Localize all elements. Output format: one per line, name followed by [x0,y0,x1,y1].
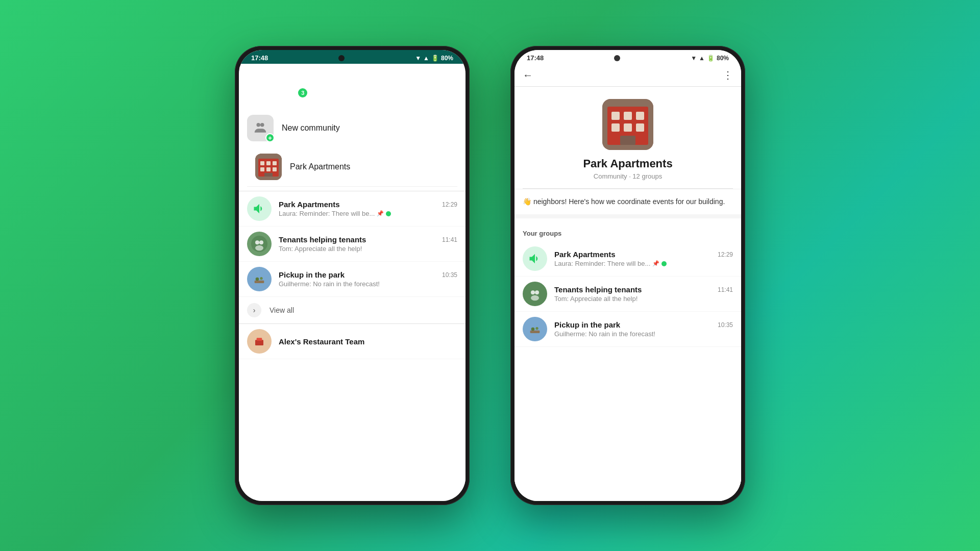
group-preview-row-3: Guilherme: No rain in the forecast! [554,330,733,338]
detail-more-icon[interactable]: ⋮ [723,69,733,81]
group-preview-1: Laura: Reminder: There will be... [554,260,650,267]
svg-rect-30 [624,123,632,132]
community-name: Park Apartments [583,157,672,170]
community-hero: Park Apartments Community · 12 groups [514,87,741,188]
svg-rect-26 [611,112,620,120]
app-header-1: WhatsApp ⋮ CHATS 3 STATUS [239,64,465,105]
group-name-row-1: Park Apartments 12:29 [554,250,733,259]
svg-rect-12 [264,173,273,177]
chat-name-row-2: Tenants helping tenants 11:41 [279,235,457,244]
tab-calls[interactable]: CALLS [359,84,399,102]
chat-time-1: 12:29 [442,201,457,208]
svg-point-16 [255,245,263,251]
chat-preview-1: Laura: Reminder: There will be... [279,210,375,217]
signal-icon-2: ▲ [699,55,705,62]
chat-name-row-4: Alex's Restaurant Team [279,337,457,346]
tab-community-icon[interactable] [239,81,262,105]
back-button[interactable]: ← [523,69,533,81]
chat-preview-3: Guilherme: No rain in the forecast! [279,280,380,288]
your-groups-section: Your groups Park Apartments 12:29 [514,222,741,501]
park-apartments-community-row[interactable]: Park Apartments [247,147,457,187]
chat-name-row-1: Park Apartments 12:29 [279,200,457,209]
community-plus-icon: + [265,133,275,142]
group-info-park: Park Apartments 12:29 Laura: Reminder: T… [554,250,733,267]
new-community-row[interactable]: + New community [247,109,457,147]
divider-2 [514,214,741,218]
tab-chats[interactable]: CHATS 3 [262,83,315,103]
chat-name-row-3: Pickup in the park 10:35 [279,270,457,279]
svg-rect-29 [611,123,620,132]
chat-preview-row-1: Laura: Reminder: There will be... 📌 [279,210,457,217]
chat-avatar-park-apartments [247,196,272,221]
chat-avatar-alex [247,329,272,354]
online-dot-g1 [662,261,667,266]
group-name-row-3: Pickup in the park 10:35 [554,320,733,329]
detail-header: ← ⋮ [514,64,741,87]
svg-point-37 [527,321,543,337]
group-time-3: 10:35 [718,321,733,329]
chat-info-tenants: Tenants helping tenants 11:41 Tom: Appre… [279,235,457,253]
svg-rect-7 [266,161,271,165]
svg-point-15 [259,240,263,244]
group-item-park[interactable]: Park Apartments 12:29 Laura: Reminder: T… [514,241,741,277]
view-all-row[interactable]: › View all [239,297,465,324]
pin-icon-1: 📌 [377,210,384,217]
chat-avatar-tenants [247,232,272,256]
svg-point-40 [535,327,538,330]
signal-icon: ▲ [423,55,429,62]
group-item-tenants[interactable]: Tenants helping tenants 11:41 Tom: Appre… [514,277,741,312]
battery-pct-2: 80% [717,55,729,62]
svg-point-3 [260,123,264,127]
chat-preview-row-2: Tom: Appreciate all the help! [279,245,457,253]
chat-time-2: 11:41 [442,236,457,243]
chat-preview-row-3: Guilherme: No rain in the forecast! [279,280,457,288]
status-bar-1: 17:48 ▼ ▲ 🔋 80% [239,50,465,64]
chat-preview-2: Tom: Appreciate all the help! [279,245,362,253]
group-item-pickup[interactable]: Pickup in the park 10:35 Guilherme: No r… [514,312,741,347]
tabs-row: CHATS 3 STATUS CALLS [239,81,465,105]
time-1: 17:48 [251,54,268,62]
pin-icon-g1: 📌 [652,260,659,267]
group-preview-3: Guilherme: No rain in the forecast! [554,330,655,338]
svg-rect-23 [257,338,262,340]
status-icons-2: ▼ ▲ 🔋 80% [691,55,729,62]
svg-point-2 [257,123,261,127]
svg-rect-38 [530,331,540,333]
svg-point-36 [531,295,539,301]
wifi-icon: ▼ [415,55,421,62]
time-2: 17:48 [527,54,544,62]
chat-item-tenants[interactable]: Tenants helping tenants 11:41 Tom: Appre… [239,227,465,262]
group-info-tenants: Tenants helping tenants 11:41 Tom: Appre… [554,285,733,303]
chat-item-alex[interactable]: Alex's Restaurant Team [239,324,465,359]
group-info-pickup: Pickup in the park 10:35 Guilherme: No r… [554,320,733,338]
community-icon-wrap: + [247,115,274,141]
status-icons-1: ▼ ▲ 🔋 80% [415,55,453,62]
tab-status[interactable]: STATUS [315,84,359,102]
more-menu-icon[interactable]: ⋮ [455,64,465,77]
park-apartments-thumb [255,154,282,180]
chat-item-pickup[interactable]: Pickup in the park 10:35 Guilherme: No r… [239,262,465,297]
chat-list: + New community [239,105,465,501]
svg-rect-6 [260,161,264,165]
battery-icon: 🔋 [431,55,439,62]
camera-notch-2 [614,55,620,61]
group-time-1: 12:29 [718,251,733,258]
app-title-row: WhatsApp ⋮ [239,64,465,81]
battery-pct-1: 80% [441,55,453,62]
chat-name-4: Alex's Restaurant Team [279,337,364,346]
svg-rect-31 [636,123,644,132]
svg-point-35 [535,290,539,294]
group-name-1: Park Apartments [554,250,616,259]
group-preview-row-2: Tom: Appreciate all the help! [554,295,733,303]
camera-notch-1 [338,55,345,61]
chat-time-3: 10:35 [442,271,457,279]
chat-item-park-apartments[interactable]: Park Apartments 12:29 Laura: Reminder: T… [239,191,465,227]
svg-point-0 [248,88,251,91]
svg-rect-8 [273,161,277,165]
svg-rect-32 [620,136,635,145]
group-name-3: Pickup in the park [554,320,620,329]
svg-rect-11 [273,167,277,171]
tab-chats-label: CHATS [271,89,294,96]
svg-rect-27 [624,112,632,120]
group-preview-2: Tom: Appreciate all the help! [554,295,638,303]
